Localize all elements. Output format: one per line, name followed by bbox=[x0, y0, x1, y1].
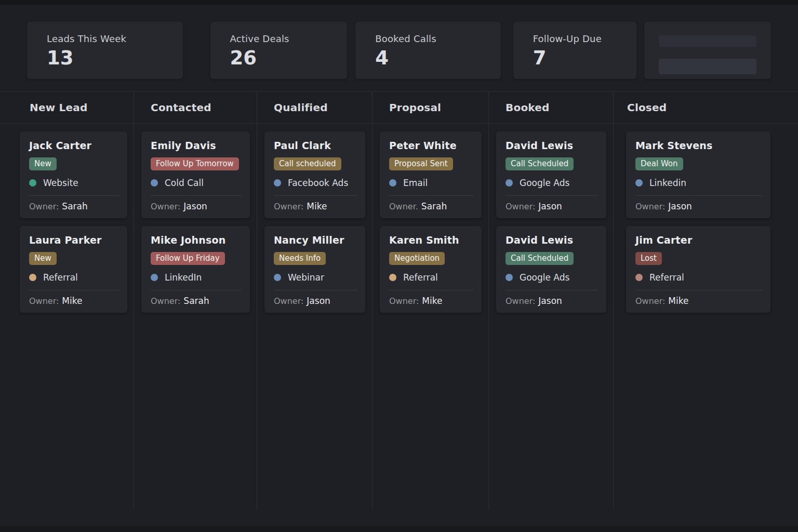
source-label: Webinar bbox=[288, 272, 324, 283]
stat-card: Active Deals 26 bbox=[210, 22, 348, 79]
owner-label: Owner: bbox=[151, 202, 180, 211]
lead-card[interactable]: Laura Parker New Referral Owner:Mike bbox=[20, 226, 127, 313]
source-label: Email bbox=[403, 178, 428, 188]
status-badge: Proposal Sent bbox=[389, 157, 453, 170]
lead-card[interactable]: Karen Smith Negotiation Referral Owner:M… bbox=[380, 226, 482, 313]
card-divider bbox=[274, 290, 357, 290]
column-cards: Paul Clark Call scheduled Facebook Ads O… bbox=[257, 124, 372, 313]
column-header: Contacted bbox=[134, 92, 257, 124]
source-row: Referral bbox=[29, 272, 119, 283]
status-badge: New bbox=[29, 252, 57, 265]
lead-name: Mark Stevens bbox=[635, 140, 762, 151]
card-divider bbox=[29, 195, 119, 196]
owner-name: Sarah bbox=[183, 296, 209, 306]
source-label: Facebook Ads bbox=[288, 178, 348, 188]
card-divider bbox=[506, 290, 598, 290]
owner-row: Owner:Jason bbox=[274, 296, 357, 306]
column-new-lead: New Lead Jack Carter New Website Owner:S… bbox=[0, 92, 134, 510]
owner-row: Owner:Jason bbox=[635, 201, 762, 211]
column-title: Contacted bbox=[151, 101, 211, 114]
card-divider bbox=[635, 290, 762, 290]
skeleton-bar bbox=[659, 35, 756, 47]
lead-card[interactable]: Mike Johnson Follow Up Friday LinkedIn O… bbox=[141, 226, 250, 313]
lead-card[interactable]: Jack Carter New Website Owner:Sarah bbox=[20, 131, 127, 218]
lead-card[interactable]: Jim Carter Lost Referral Owner:Mike bbox=[626, 226, 770, 313]
lead-card[interactable]: Peter White Proposal Sent Email Owner.Sa… bbox=[380, 131, 482, 218]
status-badge: Follow Up Friday bbox=[151, 252, 225, 265]
pipeline-board: New Lead Jack Carter New Website Owner:S… bbox=[0, 91, 798, 510]
owner-row: Owner:Mike bbox=[389, 296, 473, 306]
stat-card: Follow-Up Due 7 bbox=[513, 22, 637, 79]
lead-name: David Lewis bbox=[506, 234, 598, 246]
stat-value: 4 bbox=[375, 47, 501, 69]
card-divider bbox=[274, 195, 357, 196]
status-badge: Lost bbox=[635, 252, 662, 265]
status-badge: Call scheduled bbox=[274, 157, 341, 170]
owner-label: Owner: bbox=[506, 202, 535, 211]
source-row: Website bbox=[29, 178, 119, 188]
top-edge-strip bbox=[0, 0, 798, 5]
bottom-edge-strip bbox=[0, 526, 798, 532]
column-title: Proposal bbox=[389, 101, 441, 114]
owner-row: Owner.Sarah bbox=[389, 201, 473, 211]
lead-name: Laura Parker bbox=[29, 234, 119, 246]
source-label: Linkedin bbox=[649, 178, 686, 188]
column-cards: Emily Davis Follow Up Tomorrow Cold Call… bbox=[134, 124, 257, 313]
source-dot-icon bbox=[274, 274, 281, 281]
column-qualified: Qualified Paul Clark Call scheduled Face… bbox=[257, 92, 373, 510]
lead-card[interactable]: David Lewis Call Scheduled Google Ads Ow… bbox=[496, 226, 606, 313]
stat-label: Follow-Up Due bbox=[533, 33, 637, 44]
column-title: New Lead bbox=[30, 101, 87, 114]
stat-card: Leads This Week 13 bbox=[27, 22, 183, 79]
owner-label: Owner: bbox=[274, 296, 303, 306]
source-row: Linkedin bbox=[635, 178, 762, 188]
source-label: Cold Call bbox=[165, 178, 204, 188]
column-cards: Peter White Proposal Sent Email Owner.Sa… bbox=[373, 124, 488, 313]
stat-value: 26 bbox=[230, 47, 348, 69]
source-dot-icon bbox=[274, 179, 281, 187]
lead-name: Jack Carter bbox=[29, 140, 119, 151]
column-header: Qualified bbox=[257, 92, 372, 124]
source-row: Google Ads bbox=[506, 272, 598, 283]
source-label: Referral bbox=[649, 272, 684, 283]
status-badge: Call Scheduled bbox=[506, 157, 574, 170]
card-divider bbox=[29, 290, 119, 290]
card-divider bbox=[151, 195, 242, 196]
owner-label: Owner: bbox=[274, 202, 303, 211]
column-title: Qualified bbox=[274, 101, 328, 114]
source-dot-icon bbox=[151, 274, 158, 281]
owner-label: Owner: bbox=[506, 296, 535, 306]
stat-label: Active Deals bbox=[230, 33, 348, 44]
owner-name: Jason bbox=[538, 201, 562, 211]
owner-row: Owner:Sarah bbox=[29, 201, 119, 211]
lead-card[interactable]: Nancy Miller Needs Info Webinar Owner:Ja… bbox=[264, 226, 365, 313]
column-title: Closed bbox=[627, 101, 667, 114]
owner-row: Owner:Sarah bbox=[151, 296, 242, 306]
source-dot-icon bbox=[389, 274, 396, 281]
owner-label: Owner: bbox=[29, 296, 59, 306]
lead-name: David Lewis bbox=[506, 140, 598, 151]
owner-label: Owner: bbox=[635, 202, 665, 211]
owner-row: Owner:Mike bbox=[274, 201, 357, 211]
stat-card: Booked Calls 4 bbox=[355, 22, 501, 79]
source-dot-icon bbox=[389, 179, 396, 187]
column-title: Booked bbox=[506, 101, 550, 114]
lead-card[interactable]: Paul Clark Call scheduled Facebook Ads O… bbox=[264, 131, 365, 218]
owner-name: Mike bbox=[62, 296, 82, 306]
lead-name: Mike Johnson bbox=[151, 234, 242, 246]
source-dot-icon bbox=[506, 274, 513, 281]
source-row: Referral bbox=[635, 272, 762, 283]
owner-label: Owner: bbox=[635, 296, 665, 306]
owner-row: Owner:Jason bbox=[506, 201, 598, 211]
lead-name: Nancy Miller bbox=[274, 234, 357, 246]
lead-card[interactable]: David Lewis Call Scheduled Google Ads Ow… bbox=[496, 131, 606, 218]
owner-row: Owner:Jason bbox=[151, 201, 242, 211]
source-row: Facebook Ads bbox=[274, 178, 357, 188]
lead-card[interactable]: Emily Davis Follow Up Tomorrow Cold Call… bbox=[141, 131, 250, 218]
stats-row: Leads This Week 13 Active Deals 26 Booke… bbox=[0, 5, 798, 91]
owner-name: Sarah bbox=[62, 201, 87, 211]
board-columns: New Lead Jack Carter New Website Owner:S… bbox=[0, 92, 798, 510]
source-label: Referral bbox=[403, 272, 438, 283]
lead-card[interactable]: Mark Stevens Deal Won Linkedin Owner:Jas… bbox=[626, 131, 770, 218]
lead-name: Karen Smith bbox=[389, 234, 473, 246]
